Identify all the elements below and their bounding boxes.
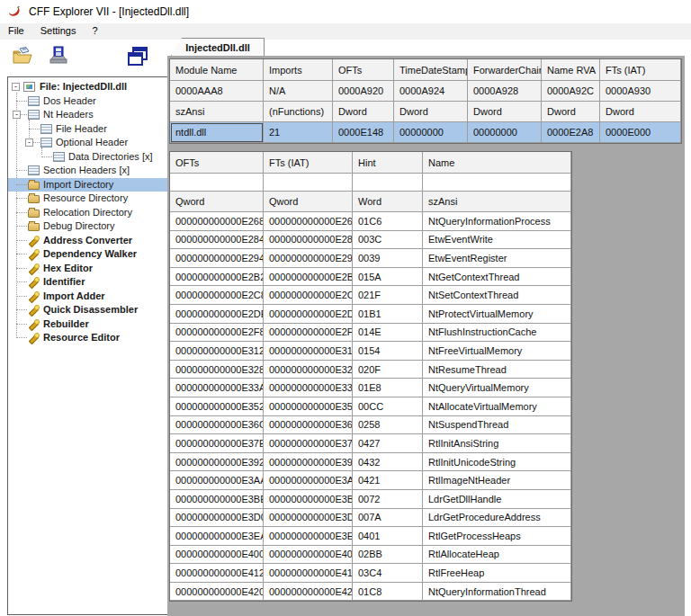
hint-cell[interactable]: 0401 <box>353 527 423 546</box>
hint-cell[interactable]: 01E8 <box>353 379 423 397</box>
collapse-expander-icon[interactable]: - <box>13 111 21 119</box>
tree-item[interactable]: - Resource Editor <box>8 331 168 345</box>
hint-cell[interactable]: 00CC <box>353 397 423 416</box>
import-function-row[interactable]: 000000000000E3BE 000000000000E3BE 0072 L… <box>170 490 571 509</box>
oft-cell[interactable]: 000000000000E37E <box>170 434 264 453</box>
menu-item[interactable]: ? <box>84 23 105 39</box>
namerva-cell[interactable]: 0000E2A8 <box>542 122 600 143</box>
oft-cell[interactable]: 000000000000E3BE <box>170 490 264 509</box>
ft-cell[interactable]: 000000000000E2DE <box>264 305 353 324</box>
fts-cell[interactable]: 0000E000 <box>600 122 681 143</box>
function-name-cell[interactable]: NtSuspendThread <box>423 416 571 435</box>
ft-cell[interactable]: 000000000000E33A <box>264 379 353 397</box>
function-name-cell[interactable]: RtlGetProcessHeaps <box>423 527 571 546</box>
function-name-cell[interactable]: NtAllocateVirtualMemory <box>423 397 571 416</box>
open-file-icon[interactable] <box>9 43 36 70</box>
menu-item[interactable]: File <box>0 23 32 39</box>
ft-cell[interactable]: 000000000000E352 <box>264 397 353 416</box>
collapse-expander-icon[interactable]: - <box>25 138 33 147</box>
import-function-row[interactable]: 000000000000E2B2 000000000000E2B2 015A N… <box>170 268 571 287</box>
function-name-cell[interactable]: NtProtectVirtualMemory <box>423 305 571 324</box>
ft-cell[interactable]: 000000000000E3BE <box>264 490 353 509</box>
oft-cell[interactable]: 000000000000E392 <box>170 453 264 472</box>
function-name-cell[interactable]: EtwEventWrite <box>423 231 571 250</box>
save-file-icon[interactable] <box>45 43 72 70</box>
import-function-row[interactable]: 000000000000E2DE 000000000000E2DE 01B1 N… <box>170 305 571 324</box>
collapse-expander-icon[interactable]: - <box>12 83 20 91</box>
function-name-cell[interactable]: LdrGetProcedureAddress <box>423 509 571 528</box>
function-name-cell[interactable]: LdrGetDllHandle <box>423 490 571 509</box>
oft-cell[interactable]: 000000000000E328 <box>170 361 264 379</box>
function-name-cell[interactable]: NtQueryInformationThread <box>423 583 571 602</box>
hint-cell[interactable]: 020F <box>353 361 423 379</box>
tree-item[interactable]: - Relocation Directory <box>8 206 168 220</box>
oft-cell[interactable]: 000000000000E2DE <box>170 305 264 324</box>
tree-item[interactable]: - Dependency Walker <box>8 247 168 262</box>
tree-item[interactable]: - Data Directories [x] <box>8 150 168 165</box>
ft-cell[interactable]: 000000000000E3EA <box>264 527 353 546</box>
hint-cell[interactable]: 0427 <box>353 434 423 453</box>
import-function-row[interactable]: 000000000000E412 000000000000E412 03C4 R… <box>170 564 571 583</box>
function-name-cell[interactable]: RtlInitAnsiString <box>423 434 571 453</box>
function-name-cell[interactable]: NtResumeThread <box>423 361 571 379</box>
ft-cell[interactable]: 000000000000E420 <box>264 583 353 602</box>
import-function-row[interactable]: 000000000000E3EA 000000000000E3EA 0401 R… <box>170 527 571 546</box>
tree-item[interactable]: - Rebuilder <box>8 317 168 332</box>
hint-cell[interactable]: 02BB <box>353 546 423 565</box>
ofts-cell[interactable]: 0000E148 <box>333 122 394 143</box>
tree-item[interactable]: - File: InjectedDll.dll <box>8 80 168 94</box>
function-name-cell[interactable]: NtQueryVirtualMemory <box>423 379 571 397</box>
ft-cell[interactable]: 000000000000E36C <box>264 416 353 435</box>
tree-item[interactable]: - Import Directory <box>8 178 168 192</box>
ft-cell[interactable]: 000000000000E3AA <box>264 471 353 490</box>
hint-cell[interactable]: 01C6 <box>353 212 423 231</box>
function-name-cell[interactable]: NtSetContextThread <box>423 286 571 305</box>
oft-cell[interactable]: 000000000000E412 <box>170 564 264 583</box>
oft-cell[interactable]: 000000000000E352 <box>170 397 264 416</box>
import-function-row[interactable]: 000000000000E37E 000000000000E37E 0427 R… <box>170 434 571 453</box>
document-tab[interactable]: InjectedDll.dll <box>171 38 265 56</box>
tree-item[interactable]: - Identifier <box>8 275 168 290</box>
ft-cell[interactable]: 000000000000E2F8 <box>264 324 353 343</box>
import-function-row[interactable]: 000000000000E392 000000000000E392 0432 R… <box>170 453 571 472</box>
hint-cell[interactable]: 0421 <box>353 471 423 490</box>
ft-cell[interactable]: 000000000000E37E <box>264 434 353 453</box>
ft-cell[interactable]: 000000000000E268 <box>264 212 353 231</box>
ft-cell[interactable]: 000000000000E2C8 <box>264 286 353 305</box>
oft-cell[interactable]: 000000000000E33A <box>170 379 264 397</box>
oft-cell[interactable]: 000000000000E268 <box>170 212 264 231</box>
oft-cell[interactable]: 000000000000E312 <box>170 342 264 361</box>
ft-cell[interactable]: 000000000000E284 <box>264 231 353 250</box>
imports-count-cell[interactable]: 21 <box>264 122 333 143</box>
function-name-cell[interactable]: NtFreeVirtualMemory <box>423 342 571 361</box>
tree-item[interactable]: - Optional Header <box>8 136 168 150</box>
hint-cell[interactable]: 0258 <box>353 416 423 435</box>
oft-cell[interactable]: 000000000000E2C8 <box>170 286 264 305</box>
hint-cell[interactable]: 0154 <box>353 342 423 361</box>
oft-cell[interactable]: 000000000000E420 <box>170 583 264 602</box>
cascade-windows-icon[interactable] <box>124 43 151 70</box>
function-name-cell[interactable]: RtlFreeHeap <box>423 564 571 583</box>
import-function-row[interactable]: 000000000000E36C 000000000000E36C 0258 N… <box>170 416 571 435</box>
tree-item[interactable]: - Debug Directory <box>8 219 168 234</box>
import-function-row[interactable]: 000000000000E3D0 000000000000E3D0 007A L… <box>170 509 571 528</box>
ft-cell[interactable]: 000000000000E392 <box>264 453 353 472</box>
oft-cell[interactable]: 000000000000E36C <box>170 416 264 435</box>
import-function-row[interactable]: 000000000000E400 000000000000E400 02BB R… <box>170 546 571 565</box>
oft-cell[interactable]: 000000000000E2F8 <box>170 324 264 343</box>
ft-cell[interactable]: 000000000000E400 <box>264 546 353 565</box>
tree-item[interactable]: - Hex Editor <box>8 262 168 276</box>
import-function-row[interactable]: 000000000000E33A 000000000000E33A 01E8 N… <box>170 379 571 397</box>
tree-item[interactable]: - Nt Headers <box>8 108 168 122</box>
tree-item[interactable]: - Quick Disassembler <box>8 303 168 317</box>
function-name-cell[interactable]: RtlInitUnicodeString <box>423 453 571 472</box>
import-function-row[interactable]: 000000000000E352 000000000000E352 00CC N… <box>170 397 571 416</box>
hint-cell[interactable]: 0072 <box>353 490 423 509</box>
menu-item[interactable]: Settings <box>32 23 85 39</box>
import-function-row[interactable]: 000000000000E268 000000000000E268 01C6 N… <box>170 212 571 231</box>
function-name-cell[interactable]: EtwEventRegister <box>423 249 571 268</box>
ft-cell[interactable]: 000000000000E3D0 <box>264 509 353 528</box>
import-function-row[interactable]: 000000000000E3AA 000000000000E3AA 0421 R… <box>170 471 571 490</box>
ft-cell[interactable]: 000000000000E2B2 <box>264 268 353 287</box>
oft-cell[interactable]: 000000000000E400 <box>170 546 264 565</box>
